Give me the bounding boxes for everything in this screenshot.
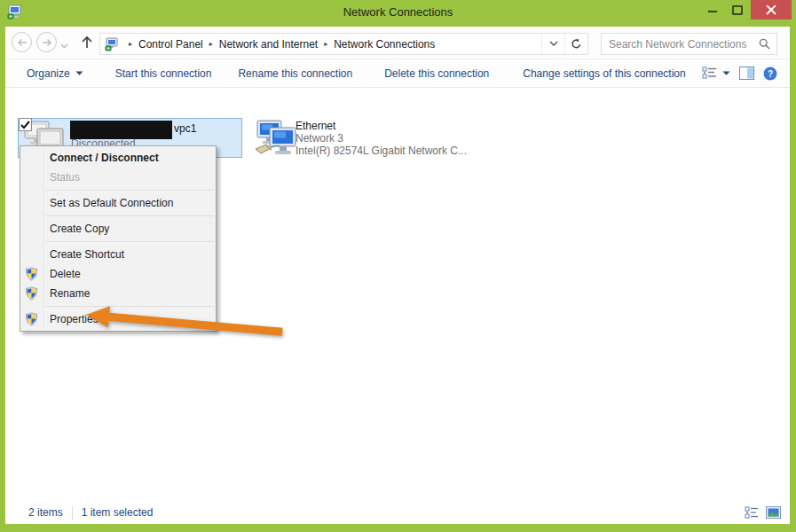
search-box <box>601 33 777 55</box>
menu-separator <box>45 215 214 216</box>
redacted-name <box>70 121 172 139</box>
connection-network: Network 3 <box>296 132 467 145</box>
details-view-button[interactable] <box>745 506 759 519</box>
uac-shield-icon <box>25 312 38 326</box>
annotation-arrow <box>77 301 299 349</box>
up-button[interactable] <box>79 35 95 51</box>
chevron-down-icon <box>75 71 83 76</box>
window-title: Network Connections <box>0 5 796 19</box>
connection-name: Ethernet <box>296 120 467 132</box>
chevron-down-icon <box>60 43 68 49</box>
menu-item-status: Status <box>20 168 216 187</box>
breadcrumb-network-connections[interactable]: Network Connections <box>334 38 435 51</box>
command-bar: Organize Start this connection Rename th… <box>5 59 790 88</box>
items-count: 2 items <box>28 506 63 519</box>
breadcrumb-control-panel[interactable]: Control Panel <box>138 38 203 51</box>
up-arrow-icon <box>79 35 95 51</box>
help-button[interactable]: ? <box>763 66 777 81</box>
search-input[interactable] <box>602 38 759 51</box>
change-view-button[interactable] <box>702 66 730 80</box>
uac-shield-icon <box>25 267 38 281</box>
large-icons-view-icon <box>766 506 781 519</box>
breadcrumb-network-and-internet[interactable]: Network and Internet <box>219 38 318 51</box>
recent-pages-dropdown[interactable] <box>60 39 68 51</box>
menu-item-label: Rename <box>50 287 90 300</box>
large-icons-view-button[interactable] <box>766 506 781 519</box>
window: Network Connections <box>0 0 796 532</box>
rename-connection-button[interactable]: Rename this connection <box>238 67 352 80</box>
connection-device: Intel(R) 82574L Gigabit Network C... <box>296 145 467 157</box>
uac-shield-icon <box>25 286 38 301</box>
connection-item-ethernet[interactable]: Ethernet Network 3 Intel(R) 82574L Gigab… <box>249 118 474 158</box>
delete-connection-button[interactable]: Delete this connection <box>384 67 489 80</box>
breadcrumb-chevron: ▸ <box>203 40 219 48</box>
menu-separator <box>45 241 214 242</box>
refresh-icon <box>571 38 582 50</box>
status-bar: 2 items 1 item selected <box>5 501 790 524</box>
close-icon <box>766 5 776 15</box>
title-bar: Network Connections <box>0 0 796 27</box>
details-view-icon <box>745 506 759 519</box>
menu-item-set-default[interactable]: Set as Default Connection <box>20 193 216 213</box>
address-dropdown-button[interactable] <box>541 34 564 54</box>
connection-name: vpc1 <box>174 122 196 135</box>
svg-text:?: ? <box>768 68 773 78</box>
refresh-button[interactable] <box>564 34 587 54</box>
forward-button[interactable] <box>36 32 57 52</box>
menu-item-create-shortcut[interactable]: Create Shortcut <box>20 245 216 264</box>
ethernet-network-icon <box>254 120 296 159</box>
navigation-bar: ▸ Control Panel ▸ Network and Internet ▸… <box>5 27 790 59</box>
breadcrumb-chevron: ▸ <box>318 40 334 48</box>
minimize-icon <box>708 5 718 14</box>
breadcrumb-chevron: ▸ <box>122 40 138 48</box>
item-checkbox[interactable] <box>19 118 32 131</box>
menu-item-label: Delete <box>50 268 81 280</box>
back-button[interactable] <box>12 32 32 52</box>
status-divider <box>72 506 73 520</box>
maximize-button[interactable] <box>726 0 749 20</box>
selected-count: 1 item selected <box>82 506 154 519</box>
back-icon <box>17 38 28 47</box>
window-content: ▸ Control Panel ▸ Network and Internet ▸… <box>5 27 790 524</box>
help-icon: ? <box>763 66 777 81</box>
menu-separator <box>45 190 214 191</box>
minimize-button[interactable] <box>701 0 724 20</box>
menu-item-delete[interactable]: Delete <box>20 264 216 284</box>
menu-item-connect-disconnect[interactable]: Connect / Disconnect <box>20 148 216 168</box>
view-options-icon <box>702 66 718 80</box>
organize-label: Organize <box>27 67 70 80</box>
items-view: vpc1 Disconnected <box>5 88 790 501</box>
organize-button[interactable]: Organize <box>27 67 83 80</box>
forward-icon <box>42 38 52 47</box>
preview-pane-icon <box>739 66 754 80</box>
menu-item-create-copy[interactable]: Create Copy <box>20 219 216 239</box>
maximize-icon <box>732 5 743 15</box>
change-settings-button[interactable]: Change settings of this connection <box>523 67 685 80</box>
address-bar[interactable]: ▸ Control Panel ▸ Network and Internet ▸… <box>99 33 588 55</box>
preview-pane-button[interactable] <box>739 66 754 80</box>
check-icon <box>20 121 30 129</box>
close-button[interactable] <box>751 0 792 20</box>
network-connections-icon <box>105 37 119 51</box>
search-icon[interactable] <box>759 38 770 50</box>
chevron-down-icon <box>722 71 730 76</box>
start-connection-button[interactable]: Start this connection <box>115 67 212 80</box>
chevron-down-icon <box>549 41 558 47</box>
